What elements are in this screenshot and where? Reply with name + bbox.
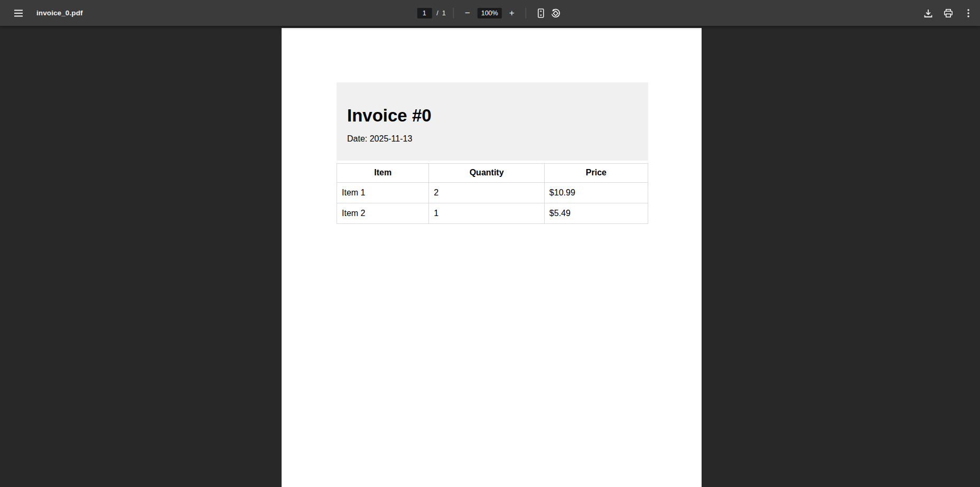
zoom-in-button[interactable]: +	[506, 7, 518, 20]
pdf-toolbar: invoice_0.pdf / 1 − 100% +	[0, 0, 980, 26]
column-header-item: Item	[337, 163, 429, 182]
table-row: Item 2 1 $5.49	[337, 203, 648, 223]
invoice-date: Date: 2025-11-13	[347, 134, 638, 144]
more-options-button[interactable]	[961, 6, 976, 21]
pdf-viewer-canvas[interactable]: Invoice #0 Date: 2025-11-13 Item Quantit…	[0, 26, 980, 487]
rotate-ccw-button[interactable]	[548, 6, 563, 21]
cell-item-quantity: 2	[429, 182, 545, 203]
print-button[interactable]	[941, 6, 956, 21]
pdf-page-content: Invoice #0 Date: 2025-11-13 Item Quantit…	[282, 28, 702, 224]
page-total-count: 1	[442, 10, 446, 17]
page-separator: /	[436, 10, 438, 17]
print-icon	[943, 8, 954, 18]
zoom-level-display[interactable]: 100%	[478, 8, 502, 18]
column-header-quantity: Quantity	[429, 163, 545, 182]
cell-item-name: Item 2	[337, 203, 429, 223]
fit-to-page-button[interactable]	[534, 6, 548, 21]
hamburger-menu-icon	[14, 9, 23, 17]
toolbar-left-section: invoice_0.pdf	[0, 0, 83, 26]
page-number-input[interactable]	[417, 8, 432, 18]
download-button[interactable]	[921, 6, 936, 21]
rotate-ccw-icon	[550, 7, 562, 19]
pdf-viewer-window: invoice_0.pdf / 1 − 100% +	[0, 0, 980, 487]
zoom-out-button[interactable]: −	[461, 7, 474, 20]
more-vert-icon	[963, 8, 974, 18]
cell-item-price: $10.99	[544, 182, 648, 203]
invoice-table: Item Quantity Price Item 1 2 $10.99 Item…	[337, 163, 648, 224]
invoice-header-block: Invoice #0 Date: 2025-11-13	[337, 82, 648, 161]
cell-item-name: Item 1	[337, 182, 429, 203]
cell-item-quantity: 1	[429, 203, 545, 223]
table-header-row: Item Quantity Price	[337, 163, 648, 182]
column-header-price: Price	[544, 163, 648, 182]
fit-to-page-icon	[536, 8, 546, 18]
toolbar-right-section	[921, 0, 980, 26]
menu-button[interactable]	[11, 6, 26, 21]
table-row: Item 1 2 $10.99	[337, 182, 648, 203]
document-filename: invoice_0.pdf	[36, 9, 83, 17]
toolbar-divider	[526, 8, 526, 18]
pdf-page: Invoice #0 Date: 2025-11-13 Item Quantit…	[282, 28, 702, 487]
toolbar-center-section: / 1 − 100% +	[417, 0, 563, 26]
invoice-title: Invoice #0	[347, 106, 638, 126]
download-icon	[923, 8, 934, 18]
cell-item-price: $5.49	[544, 203, 648, 223]
toolbar-divider	[453, 8, 454, 18]
